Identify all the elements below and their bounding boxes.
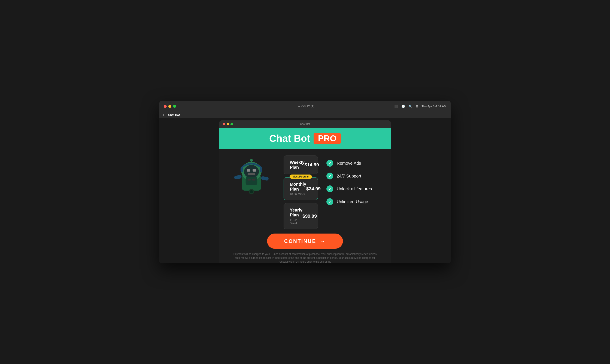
pro-badge: PRO: [314, 133, 341, 144]
system-titlebar: macOS 12 (1) ⬛ 🕐 🔍 ⊞ Thu Apr 6 4:51 AM: [159, 101, 451, 112]
apple-logo-icon: : [163, 113, 164, 117]
monthly-plan-subtext: $8.06 /Week: [290, 193, 306, 196]
feature-unlock: ✓ Unlock all features: [326, 185, 382, 192]
minimize-button[interactable]: [168, 105, 171, 108]
feature-unlimited-text: Unlimited Usage: [337, 199, 368, 204]
app-window-controls: [223, 123, 233, 125]
svg-rect-4: [252, 169, 256, 172]
app-window: Chat Bot Chat Bot PRO: [219, 120, 391, 263]
svg-point-16: [250, 190, 253, 193]
check-icon-remove-ads: ✓: [326, 160, 333, 167]
monthly-plan-name: Monthly Plan: [290, 182, 306, 192]
robot-svg: [230, 158, 273, 200]
datetime: Thu Apr 6 4:51 AM: [421, 104, 446, 108]
check-icon-support: ✓: [326, 173, 333, 180]
feature-unlock-text: Unlock all features: [337, 186, 372, 191]
chatbot-label: Chat Bot: [269, 133, 310, 144]
check-icon-unlimited: ✓: [326, 198, 333, 205]
svg-rect-3: [247, 169, 250, 172]
app-min-button[interactable]: [227, 123, 229, 125]
window-title: macOS 12 (1): [296, 104, 314, 108]
close-button[interactable]: [164, 105, 167, 108]
header-banner: Chat Bot PRO: [219, 128, 391, 149]
screen-record-icon: ⬛: [394, 104, 398, 108]
yearly-plan-price: $99.99: [303, 213, 317, 219]
svg-rect-5: [248, 173, 255, 175]
search-icon: 🔍: [408, 104, 412, 108]
feature-remove-ads-text: Remove Ads: [337, 161, 361, 166]
svg-rect-12: [246, 177, 257, 185]
svg-rect-8: [234, 175, 242, 180]
app-close-button[interactable]: [223, 123, 225, 125]
feature-remove-ads: ✓ Remove Ads: [326, 160, 382, 167]
features-column: ✓ Remove Ads ✓ 24/7 Support ✓ Unlock all…: [326, 156, 382, 205]
plans-column: Weekly Plan $14.99 Most Popular Monthly …: [284, 156, 318, 229]
robot-illustration: [228, 156, 275, 200]
monthly-plan-price: $34.99: [306, 186, 321, 192]
check-icon-unlock: ✓: [326, 185, 333, 192]
maximize-button[interactable]: [173, 105, 176, 108]
mac-window: macOS 12 (1) ⬛ 🕐 🔍 ⊞ Thu Apr 6 4:51 AM …: [159, 101, 451, 263]
most-popular-badge: Most Popular: [290, 174, 312, 179]
app-max-button[interactable]: [230, 123, 233, 125]
footer-disclaimer: Payment will be charged to your iTunes a…: [228, 252, 382, 263]
monthly-plan-card[interactable]: Most Popular Monthly Plan $8.06 /Week $3…: [284, 177, 318, 200]
yearly-plan-card[interactable]: Yearly Plan $1.92 /Week $99.99: [284, 203, 318, 229]
app-header-title: Chat Bot PRO: [269, 133, 341, 144]
feature-support-text: 24/7 Support: [337, 174, 361, 179]
svg-point-2: [244, 165, 259, 178]
feature-support: ✓ 24/7 Support: [326, 173, 382, 180]
app-titlebar: Chat Bot: [219, 120, 391, 128]
content-row: Weekly Plan $14.99 Most Popular Monthly …: [228, 156, 382, 229]
svg-rect-14: [252, 179, 256, 181]
time-machine-icon: 🕐: [401, 104, 405, 108]
app-menu-name: Chat Bot: [168, 113, 180, 117]
continue-button[interactable]: CONTINUE →: [267, 234, 343, 249]
weekly-plan-card[interactable]: Weekly Plan $14.99: [284, 156, 318, 174]
menu-bar:  Chat Bot: [159, 112, 451, 118]
weekly-plan-price: $14.99: [305, 162, 319, 168]
yearly-plan-info: Yearly Plan $1.92 /Week: [290, 208, 303, 225]
window-controls: [164, 105, 176, 108]
continue-arrow-icon: →: [319, 238, 326, 245]
svg-point-7: [250, 159, 253, 162]
continue-label: CONTINUE: [284, 238, 316, 244]
system-tray: ⬛ 🕐 🔍 ⊞ Thu Apr 6 4:51 AM: [394, 104, 446, 108]
svg-rect-9: [261, 176, 269, 181]
control-center-icon: ⊞: [416, 104, 418, 108]
monthly-plan-info: Monthly Plan $8.06 /Week: [290, 182, 306, 196]
feature-unlimited: ✓ Unlimited Usage: [326, 198, 382, 205]
svg-rect-13: [248, 179, 251, 181]
app-title: Chat Bot: [300, 123, 310, 126]
main-content: Weekly Plan $14.99 Most Popular Monthly …: [219, 149, 391, 263]
yearly-plan-subtext: $1.92 /Week: [290, 218, 303, 225]
weekly-plan-info: Weekly Plan: [290, 160, 305, 170]
yearly-plan-name: Yearly Plan: [290, 208, 303, 218]
weekly-plan-name: Weekly Plan: [290, 160, 305, 170]
